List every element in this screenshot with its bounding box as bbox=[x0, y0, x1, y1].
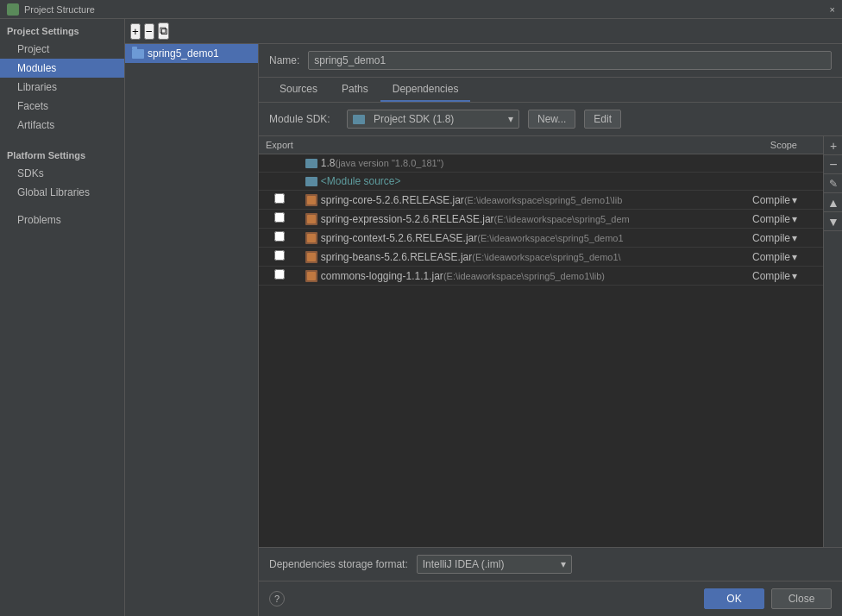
storage-value: IntelliJ IDEA (.iml) bbox=[423, 558, 505, 570]
project-settings-label: Project Settings bbox=[0, 19, 124, 40]
sdk-edit-button[interactable]: Edit bbox=[584, 110, 621, 129]
scope-dropdown[interactable]: Compile▾ bbox=[732, 213, 797, 225]
export-checkbox[interactable] bbox=[274, 231, 285, 242]
copy-module-button[interactable]: ⧉ bbox=[158, 22, 169, 40]
export-checkbox-cell bbox=[259, 229, 300, 248]
content-area: + − ⧉ spring5_demo1 Name: bbox=[125, 19, 842, 616]
sidebar-item-modules[interactable]: Modules bbox=[0, 59, 124, 78]
module-item-spring5-demo1[interactable]: spring5_demo1 bbox=[125, 44, 258, 63]
dep-name-text: <Module source> bbox=[321, 175, 401, 187]
dep-name-cell: spring-core-5.2.6.RELEASE.jar (E:\ideawo… bbox=[300, 191, 726, 210]
name-header bbox=[300, 136, 726, 154]
dep-name-text: spring-expression-5.2.6.RELEASE.jar bbox=[321, 213, 494, 225]
side-down-button[interactable]: ▼ bbox=[824, 212, 842, 231]
scope-dropdown[interactable]: Compile▾ bbox=[732, 194, 797, 206]
export-checkbox[interactable] bbox=[274, 269, 285, 280]
scope-dropdown-arrow[interactable]: ▾ bbox=[792, 194, 797, 206]
scope-text: Compile bbox=[752, 251, 790, 263]
scope-header: Scope bbox=[726, 136, 823, 154]
deps-table-container[interactable]: Export Scope 1.8 (java version "1.8.0_18… bbox=[259, 136, 823, 547]
module-panel: spring5_demo1 bbox=[125, 44, 259, 616]
module-item-label: spring5_demo1 bbox=[148, 47, 219, 60]
dep-name-cell: spring-expression-5.2.6.RELEASE.jar (E:\… bbox=[300, 210, 726, 229]
export-checkbox[interactable] bbox=[274, 250, 285, 261]
ok-button[interactable]: OK bbox=[704, 588, 764, 609]
sidebar-item-facets[interactable]: Facets bbox=[0, 97, 124, 116]
close-button[interactable]: Close bbox=[771, 588, 832, 609]
dep-name-wrapper: commons-logging-1.1.1.jar (E:\ideaworksp… bbox=[305, 270, 721, 282]
export-header: Export bbox=[259, 136, 300, 154]
scope-dropdown-arrow[interactable]: ▾ bbox=[792, 251, 797, 263]
export-checkbox-cell bbox=[259, 248, 300, 267]
export-checkbox[interactable] bbox=[274, 193, 285, 204]
add-module-button[interactable]: + bbox=[130, 23, 141, 40]
deps-area: Export Scope 1.8 (java version "1.8.0_18… bbox=[259, 136, 842, 547]
sdk-dropdown-arrow: ▾ bbox=[508, 113, 513, 125]
tab-paths[interactable]: Paths bbox=[330, 78, 380, 102]
table-row: spring-expression-5.2.6.RELEASE.jar (E:\… bbox=[259, 210, 823, 229]
sdk-value: Project SDK (1.8) bbox=[374, 113, 454, 125]
export-checkbox-cell bbox=[259, 173, 300, 191]
sidebar-item-sdks[interactable]: SDKs bbox=[0, 164, 124, 183]
scope-text: Compile bbox=[752, 232, 790, 244]
dep-path-text: (E:\ideaworkspace\spring5_demo1\lib bbox=[464, 195, 622, 205]
table-row: 1.8 (java version "1.8.0_181") bbox=[259, 154, 823, 173]
dep-name-wrapper: <Module source> bbox=[305, 175, 721, 187]
scope-dropdown[interactable]: Compile▾ bbox=[732, 270, 797, 282]
dep-path-text: (java version "1.8.0_181") bbox=[335, 158, 443, 168]
help-button[interactable]: ? bbox=[269, 591, 285, 607]
side-up-button[interactable]: ▲ bbox=[824, 193, 842, 212]
dep-name-wrapper: spring-beans-5.2.6.RELEASE.jar (E:\ideaw… bbox=[305, 251, 721, 263]
dep-path-text: (E:\ideaworkspace\spring5_demo1 bbox=[477, 233, 623, 243]
scope-text: Compile bbox=[752, 194, 790, 206]
dep-name-text: spring-core-5.2.6.RELEASE.jar bbox=[321, 194, 464, 206]
export-checkbox-cell bbox=[259, 267, 300, 286]
dep-name-cell: spring-beans-5.2.6.RELEASE.jar (E:\ideaw… bbox=[300, 248, 726, 267]
sidebar-item-project[interactable]: Project bbox=[0, 40, 124, 59]
scope-dropdown-arrow[interactable]: ▾ bbox=[792, 213, 797, 225]
side-remove-button[interactable]: − bbox=[824, 155, 842, 174]
bottom-section: Dependencies storage format: IntelliJ ID… bbox=[259, 547, 842, 581]
dep-name-text: spring-beans-5.2.6.RELEASE.jar bbox=[321, 251, 472, 263]
dep-name-text: commons-logging-1.1.1.jar bbox=[321, 270, 443, 282]
close-icon[interactable]: × bbox=[830, 4, 835, 15]
tab-sources[interactable]: Sources bbox=[267, 78, 330, 102]
table-row: spring-core-5.2.6.RELEASE.jar (E:\ideawo… bbox=[259, 191, 823, 210]
dep-name-wrapper: 1.8 (java version "1.8.0_181") bbox=[305, 157, 721, 169]
storage-arrow: ▾ bbox=[561, 558, 566, 570]
sidebar-item-artifacts[interactable]: Artifacts bbox=[0, 116, 124, 135]
export-checkbox[interactable] bbox=[274, 212, 285, 223]
title-bar: Project Structure × bbox=[0, 0, 842, 19]
scope-dropdown[interactable]: Compile▾ bbox=[732, 232, 797, 244]
name-input[interactable] bbox=[308, 51, 832, 70]
right-panel: Name: Sources Paths Dependencies Module … bbox=[259, 44, 842, 616]
remove-module-button[interactable]: − bbox=[144, 23, 154, 40]
export-checkbox-cell bbox=[259, 154, 300, 173]
dep-name-text: spring-context-5.2.6.RELEASE.jar bbox=[321, 232, 477, 244]
scope-dropdown-arrow[interactable]: ▾ bbox=[792, 232, 797, 244]
dep-name-text: 1.8 bbox=[321, 157, 336, 169]
main-container: Project Settings Project Modules Librari… bbox=[0, 19, 842, 616]
jar-icon bbox=[305, 251, 317, 263]
dep-path-text: (E:\ideaworkspace\spring5_demo1\lib) bbox=[443, 271, 605, 281]
tab-dependencies[interactable]: Dependencies bbox=[380, 78, 471, 102]
scope-text: Compile bbox=[752, 270, 790, 282]
sidebar-item-problems[interactable]: Problems bbox=[0, 211, 124, 229]
dep-path-text: (E:\ideaworkspace\spring5_dem bbox=[494, 214, 630, 224]
sdk-new-button[interactable]: New... bbox=[528, 110, 575, 129]
scope-dropdown-arrow[interactable]: ▾ bbox=[792, 270, 797, 282]
module-toolbar: + − ⧉ bbox=[125, 19, 842, 44]
footer: ? OK Close bbox=[259, 581, 842, 616]
side-edit-button[interactable]: ✎ bbox=[824, 174, 842, 193]
sdk-select-dropdown[interactable]: Project SDK (1.8) ▾ bbox=[347, 110, 519, 129]
storage-select[interactable]: IntelliJ IDEA (.iml) ▾ bbox=[417, 555, 572, 574]
side-add-button[interactable]: + bbox=[824, 136, 842, 155]
scope-dropdown[interactable]: Compile▾ bbox=[732, 251, 797, 263]
sdk-folder-icon bbox=[353, 115, 365, 124]
dep-name-wrapper: spring-expression-5.2.6.RELEASE.jar (E:\… bbox=[305, 213, 721, 225]
content-body: spring5_demo1 Name: Sources Paths Depend… bbox=[125, 44, 842, 616]
storage-label: Dependencies storage format: bbox=[269, 558, 408, 570]
sidebar-item-global-libraries[interactable]: Global Libraries bbox=[0, 183, 124, 202]
sidebar-item-libraries[interactable]: Libraries bbox=[0, 78, 124, 97]
jar-icon bbox=[305, 270, 317, 282]
